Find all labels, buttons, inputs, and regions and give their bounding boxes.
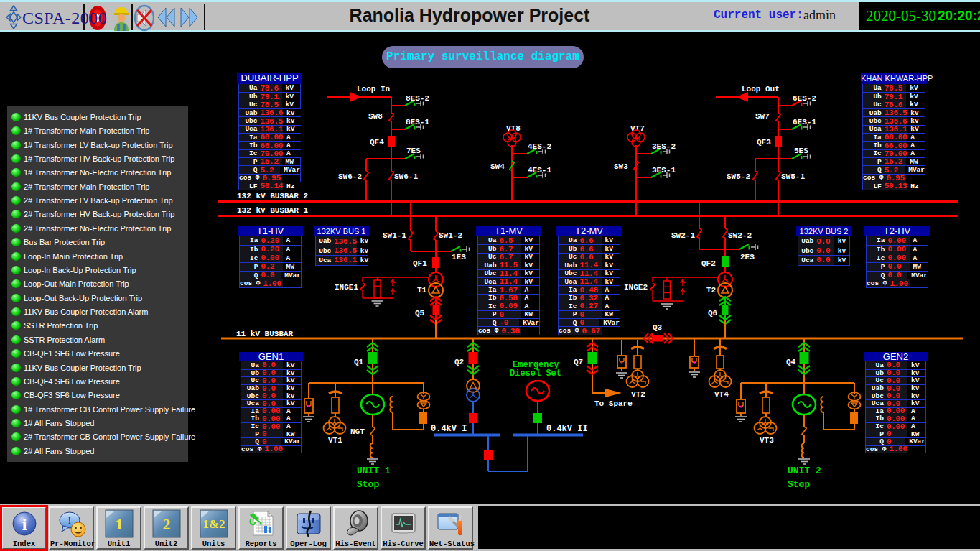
svg-text:SW7: SW7 bbox=[755, 112, 770, 121]
svg-text:3ES-2: 3ES-2 bbox=[652, 142, 676, 151]
svg-text:T2: T2 bbox=[706, 286, 716, 295]
svg-text:VT3: VT3 bbox=[760, 436, 774, 445]
svg-text:1&2: 1&2 bbox=[202, 517, 225, 531]
svg-text:132 kV BUSBAR 1: 132 kV BUSBAR 1 bbox=[237, 206, 308, 215]
svg-text:6ES-1: 6ES-1 bbox=[793, 118, 816, 126]
svg-text:1: 1 bbox=[115, 515, 123, 533]
svg-text:2ES: 2ES bbox=[740, 253, 755, 261]
svg-text:Stop: Stop bbox=[357, 479, 379, 490]
svg-text:Q7: Q7 bbox=[574, 358, 583, 366]
svg-text:SW1-2: SW1-2 bbox=[439, 231, 462, 240]
svg-text:SW8: SW8 bbox=[368, 112, 383, 121]
svg-text:SW3: SW3 bbox=[614, 162, 628, 171]
svg-text:Q4: Q4 bbox=[786, 358, 796, 366]
svg-text:Stop: Stop bbox=[788, 479, 810, 490]
svg-text:Loop In: Loop In bbox=[357, 85, 390, 93]
svg-text:INGE2: INGE2 bbox=[624, 283, 648, 292]
svg-text:8ES-2: 8ES-2 bbox=[406, 94, 429, 103]
svg-text:VT4: VT4 bbox=[714, 390, 729, 399]
svg-text:2: 2 bbox=[162, 515, 170, 533]
svg-text:Loop Out: Loop Out bbox=[742, 85, 780, 93]
svg-text:UNIT 2: UNIT 2 bbox=[788, 466, 821, 476]
svg-text:4ES-1: 4ES-1 bbox=[528, 166, 551, 175]
svg-text:SW2-2: SW2-2 bbox=[728, 231, 752, 240]
svg-text:0.4kV II: 0.4kV II bbox=[546, 424, 588, 434]
svg-text:Q3: Q3 bbox=[653, 323, 663, 332]
svg-text:11 kV BUSBAR: 11 kV BUSBAR bbox=[236, 330, 294, 338]
svg-text:VT1: VT1 bbox=[328, 436, 342, 445]
svg-text:Q5: Q5 bbox=[415, 309, 425, 318]
svg-text:6ES-2: 6ES-2 bbox=[793, 94, 816, 103]
svg-text:SW6-2: SW6-2 bbox=[338, 172, 362, 181]
svg-text:1ES: 1ES bbox=[452, 253, 466, 261]
svg-text:132 kV BUSBAR 2: 132 kV BUSBAR 2 bbox=[237, 192, 308, 200]
svg-text:SW4: SW4 bbox=[490, 162, 505, 171]
svg-text:0.4kV I: 0.4kV I bbox=[431, 424, 467, 434]
svg-text:T1: T1 bbox=[417, 286, 427, 295]
svg-text:4ES-2: 4ES-2 bbox=[528, 142, 551, 151]
svg-text:5ES: 5ES bbox=[794, 147, 808, 155]
svg-text:QF1: QF1 bbox=[413, 259, 427, 268]
svg-text:Q1: Q1 bbox=[354, 358, 364, 366]
svg-text:3ES-1: 3ES-1 bbox=[652, 166, 676, 175]
svg-text:INGE1: INGE1 bbox=[335, 283, 358, 292]
svg-text:SW6-1: SW6-1 bbox=[394, 172, 418, 181]
svg-text:NGT: NGT bbox=[350, 427, 365, 436]
svg-text:7ES: 7ES bbox=[406, 147, 421, 155]
svg-text:Q2: Q2 bbox=[454, 358, 464, 366]
svg-text:Q6: Q6 bbox=[708, 309, 717, 318]
svg-text:To Spare: To Spare bbox=[594, 399, 633, 408]
svg-text:SW2-1: SW2-1 bbox=[671, 231, 695, 240]
svg-text:!: ! bbox=[67, 514, 71, 527]
svg-text:8ES-1: 8ES-1 bbox=[406, 118, 429, 126]
svg-text:QF3: QF3 bbox=[757, 138, 771, 147]
svg-text:SW5-1: SW5-1 bbox=[781, 172, 805, 181]
svg-text:i: i bbox=[22, 515, 27, 534]
svg-text:QF2: QF2 bbox=[701, 259, 716, 268]
svg-text:UNIT 1: UNIT 1 bbox=[357, 466, 391, 476]
svg-text:VT2: VT2 bbox=[631, 390, 645, 399]
svg-text:Diesel Set: Diesel Set bbox=[510, 369, 561, 379]
svg-text:QF4: QF4 bbox=[370, 138, 384, 147]
svg-text:SW5-2: SW5-2 bbox=[727, 172, 750, 181]
svg-text:SW1-1: SW1-1 bbox=[383, 231, 406, 240]
